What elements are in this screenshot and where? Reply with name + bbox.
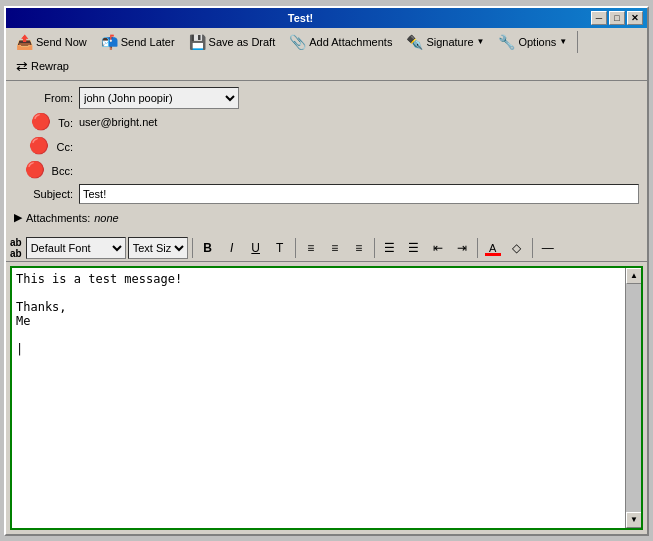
align-center-button[interactable]: ≡ <box>324 237 346 259</box>
paperclip-icon: 📎 <box>289 34 306 50</box>
toolbar: 📤 Send Now 📬 Send Later 💾 Save as Draft … <box>6 28 647 81</box>
fmt-separator-1 <box>192 238 193 258</box>
cc-row: 🔴 Cc: <box>14 135 639 157</box>
cc-label: 🔴 Cc: <box>14 136 79 155</box>
fmt-separator-2 <box>295 238 296 258</box>
close-button[interactable]: ✕ <box>627 11 643 25</box>
bcc-row: 🔴 Bcc: <box>14 159 639 181</box>
expand-attachments-icon[interactable]: ▶ <box>14 211 22 224</box>
to-label: 🔴 To: <box>14 112 79 131</box>
scroll-down-button[interactable]: ▼ <box>626 512 642 528</box>
attachments-value: none <box>94 212 118 224</box>
bcc-mail-icon: 🔴 <box>25 161 45 178</box>
title-bar-controls: ─ □ ✕ <box>591 11 643 25</box>
compose-textarea[interactable]: This is a test message! Thanks, Me | <box>12 268 625 528</box>
signature-icon: ✒️ <box>406 34 423 50</box>
compose-area: This is a test message! Thanks, Me | ▲ ▼ <box>10 266 643 530</box>
color-indicator <box>485 253 501 256</box>
title-bar: Test! ─ □ ✕ <box>6 8 647 28</box>
options-button[interactable]: 🔧 Options ▼ <box>492 31 573 53</box>
indent-increase-button[interactable]: ⇥ <box>451 237 473 259</box>
to-value: user@bright.net <box>79 116 157 128</box>
vertical-scrollbar: ▲ ▼ <box>625 268 641 528</box>
bcc-label: 🔴 Bcc: <box>14 160 79 179</box>
minimize-button[interactable]: ─ <box>591 11 607 25</box>
formatting-bar: abab Default Font Text Size B I U T ≡ ≡ … <box>6 235 647 262</box>
font-select[interactable]: Default Font <box>26 237 126 259</box>
signature-button[interactable]: ✒️ Signature ▼ <box>400 31 490 53</box>
send-now-button[interactable]: 📤 Send Now <box>10 31 93 53</box>
highlight-button[interactable]: ◇ <box>506 237 528 259</box>
from-row: From: john (John poopir) <box>14 87 639 109</box>
size-select[interactable]: Text Size <box>128 237 188 259</box>
header-area: From: john (John poopir) 🔴 To: user@brig… <box>6 81 647 235</box>
options-dropdown-arrow: ▼ <box>559 37 567 46</box>
indent-decrease-button[interactable]: ⇤ <box>427 237 449 259</box>
abc-format-icon: abab <box>10 237 22 259</box>
add-attachments-button[interactable]: 📎 Add Attachments <box>283 31 398 53</box>
maximize-button[interactable]: □ <box>609 11 625 25</box>
options-icon: 🔧 <box>498 34 515 50</box>
save-draft-icon: 💾 <box>189 34 206 50</box>
bold-button[interactable]: B <box>197 237 219 259</box>
send-later-icon: 📬 <box>101 34 118 50</box>
scroll-up-button[interactable]: ▲ <box>626 268 642 284</box>
scroll-track[interactable] <box>626 284 641 512</box>
to-mail-icon: 🔴 <box>31 113 51 130</box>
more-button[interactable]: — <box>537 237 559 259</box>
ordered-list-button[interactable]: ☰ <box>403 237 425 259</box>
italic-button[interactable]: I <box>221 237 243 259</box>
subject-row: Subject: <box>14 183 639 205</box>
fmt-separator-4 <box>477 238 478 258</box>
attachments-row: ▶ Attachments: none <box>14 207 639 229</box>
from-select[interactable]: john (John poopir) <box>79 87 239 109</box>
send-later-button[interactable]: 📬 Send Later <box>95 31 181 53</box>
rewrap-button[interactable]: ⇄ Rewrap <box>10 55 75 77</box>
window-title: Test! <box>10 12 591 24</box>
cc-mail-icon: 🔴 <box>29 137 49 154</box>
subject-label: Subject: <box>14 188 79 200</box>
fmt-separator-3 <box>374 238 375 258</box>
signature-dropdown-arrow: ▼ <box>477 37 485 46</box>
subject-input[interactable] <box>79 184 639 204</box>
underline-button[interactable]: U <box>245 237 267 259</box>
email-compose-window: Test! ─ □ ✕ 📤 Send Now 📬 Send Later 💾 Sa… <box>4 6 649 536</box>
save-draft-button[interactable]: 💾 Save as Draft <box>183 31 282 53</box>
font-color-button[interactable]: A <box>482 237 504 259</box>
to-row: 🔴 To: user@bright.net <box>14 111 639 133</box>
align-right-button[interactable]: ≡ <box>348 237 370 259</box>
from-label: From: <box>14 92 79 104</box>
strikethrough-button[interactable]: T <box>269 237 291 259</box>
send-now-icon: 📤 <box>16 34 33 50</box>
bullet-list-button[interactable]: ☰ <box>379 237 401 259</box>
align-left-button[interactable]: ≡ <box>300 237 322 259</box>
attachments-label: Attachments: <box>26 212 90 224</box>
fmt-separator-5 <box>532 238 533 258</box>
rewrap-icon: ⇄ <box>16 58 28 74</box>
toolbar-separator <box>577 31 578 53</box>
